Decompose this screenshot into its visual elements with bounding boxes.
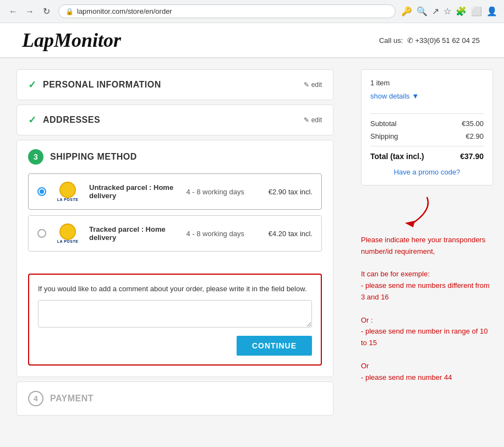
step1-title: PERSONAL INFORMATION	[43, 80, 297, 90]
step2-header: ✓ ADDRESSES ✎ edit	[28, 114, 322, 126]
annotation-line2: It can be for exemple:	[361, 269, 493, 280]
step1-section: ✓ PERSONAL INFORMATION ✎ edit	[17, 69, 333, 100]
shipping-options: LA POSTE Untracked parcel : Home deliver…	[17, 173, 333, 268]
url-text: lapmonitor.com/store/en/order	[77, 7, 172, 15]
shipping-option-1[interactable]: LA POSTE Untracked parcel : Home deliver…	[28, 173, 322, 210]
item-count: 1 item	[370, 79, 484, 87]
total-value: €37.90	[460, 152, 484, 161]
radio-option-1[interactable]	[37, 187, 46, 196]
step4-header: 4 PAYMENT	[28, 391, 322, 406]
back-button[interactable]: ←	[7, 5, 20, 18]
contact-label: Call us:	[379, 36, 403, 45]
continue-btn-row: CONTINUE	[38, 336, 312, 356]
promo-link[interactable]: Have a promo code?	[394, 168, 461, 176]
shipping-price-1: €2.90 tax incl.	[269, 188, 313, 196]
annotation-line7: - please send me number 44	[361, 372, 493, 384]
annotation-line5: - please send me number in range of 10 t…	[361, 326, 493, 349]
subtotal-label: Subtotal	[370, 119, 397, 128]
step1-edit-link[interactable]: ✎ edit	[304, 81, 322, 89]
browser-chrome: ← → ↻ 🔒 lapmonitor.com/store/en/order 🔑 …	[0, 0, 504, 23]
shipping-price-2: €4.20 tax incl.	[269, 230, 313, 238]
promo-link-container: Have a promo code?	[370, 167, 484, 176]
lock-icon: 🔒	[65, 8, 74, 15]
site-header: LapMonitor Call us: ✆ +33(0)6 51 62 04 2…	[0, 23, 504, 58]
right-column: 1 item show details ▼ Subtotal €35.00 Sh…	[350, 58, 504, 444]
shipping-label: Shipping	[370, 132, 398, 140]
key-icon: 🔑	[401, 6, 412, 17]
shipping-option-2[interactable]: LA POSTE Tracked parcel : Home delivery …	[28, 215, 322, 252]
arrow-annotation	[394, 194, 493, 229]
step3-header: 3 SHIPPING METHOD	[17, 140, 333, 173]
la-poste-circle-2	[59, 224, 76, 240]
comment-label: If you would like to add a comment about…	[38, 284, 312, 295]
shipping-value: €2.90	[465, 132, 484, 140]
la-poste-circle	[59, 182, 76, 198]
left-column: ✓ PERSONAL INFORMATION ✎ edit ✓ ADDRESSE…	[0, 58, 350, 444]
svg-marker-0	[405, 221, 415, 227]
carrier-logo-2: LA POSTE	[54, 222, 81, 244]
total-row: Total (tax incl.) €37.90	[370, 146, 484, 161]
step2-section: ✓ ADDRESSES ✎ edit	[17, 105, 333, 135]
step2-check: ✓	[28, 114, 36, 126]
step3-badge: 3	[28, 149, 43, 165]
step3-section: 3 SHIPPING METHOD LA POSTE Untracked par…	[17, 140, 333, 377]
puzzle-icon: 🧩	[456, 6, 467, 17]
subtotal-row: Subtotal €35.00	[370, 119, 484, 128]
shipping-time-1: 4 - 8 working days	[186, 188, 260, 196]
step2-edit-link[interactable]: ✎ edit	[304, 116, 322, 124]
summary-divider-1	[370, 113, 484, 114]
annotation-line1: Please indicate here your transponders n…	[361, 235, 493, 258]
la-poste-text: LA POSTE	[56, 198, 80, 201]
subtotal-value: €35.00	[462, 119, 484, 128]
radio-option-2[interactable]	[37, 229, 46, 238]
nav-buttons: ← → ↻	[7, 5, 53, 18]
contact-phone: ✆ +33(0)6 51 62 04 25	[407, 36, 480, 45]
step1-header: ✓ PERSONAL INFORMATION ✎ edit	[28, 79, 322, 91]
browser-toolbar: 🔑 🔍 ↗ ☆ 🧩 ⬜ 👤	[401, 6, 497, 17]
step2-title: ADDRESSES	[43, 115, 297, 125]
step4-title: PAYMENT	[50, 394, 94, 404]
step4-badge: 4	[28, 391, 43, 406]
show-details-text: show details	[370, 92, 410, 100]
profile-icon: 👤	[486, 6, 497, 17]
address-bar[interactable]: 🔒 lapmonitor.com/store/en/order	[58, 4, 396, 18]
shipping-name-2: Tracked parcel : Home delivery	[89, 225, 178, 242]
annotation-box: Please indicate here your transponders n…	[361, 235, 493, 383]
main-layout: ✓ PERSONAL INFORMATION ✎ edit ✓ ADDRESSE…	[0, 58, 504, 444]
bookmark-icon: ☆	[443, 6, 451, 17]
step3-title: SHIPPING METHOD	[50, 152, 322, 162]
chevron-down-icon: ▼	[412, 92, 419, 100]
show-details-link[interactable]: show details ▼	[370, 92, 419, 100]
shipping-time-2: 4 - 8 working days	[186, 230, 260, 238]
shipping-name-1: Untracked parcel : Home delivery	[89, 183, 178, 200]
annotation-line6: Or	[361, 361, 493, 372]
comment-textarea[interactable]	[38, 300, 312, 328]
order-summary: 1 item show details ▼ Subtotal €35.00 Sh…	[361, 69, 493, 186]
step1-check: ✓	[28, 79, 36, 91]
annotation-line3: - please send me numbers different from …	[361, 280, 493, 303]
step4-section: 4 PAYMENT	[17, 381, 333, 416]
la-poste-text-2: LA POSTE	[56, 239, 80, 243]
window-icon: ⬜	[471, 6, 482, 17]
share-icon: ↗	[432, 6, 439, 17]
annotation-line4: Or :	[361, 315, 493, 326]
comment-section: If you would like to add a comment about…	[28, 274, 322, 366]
forward-button[interactable]: →	[23, 5, 36, 18]
continue-button[interactable]: CONTINUE	[237, 336, 312, 356]
shipping-row: Shipping €2.90	[370, 132, 484, 140]
reload-button[interactable]: ↻	[40, 5, 53, 18]
total-label: Total (tax incl.)	[370, 152, 424, 161]
search-icon: 🔍	[417, 6, 428, 17]
header-contact: Call us: ✆ +33(0)6 51 62 04 25	[379, 36, 482, 45]
carrier-logo-1: LA POSTE	[54, 181, 81, 203]
site-logo: LapMonitor	[22, 29, 121, 52]
